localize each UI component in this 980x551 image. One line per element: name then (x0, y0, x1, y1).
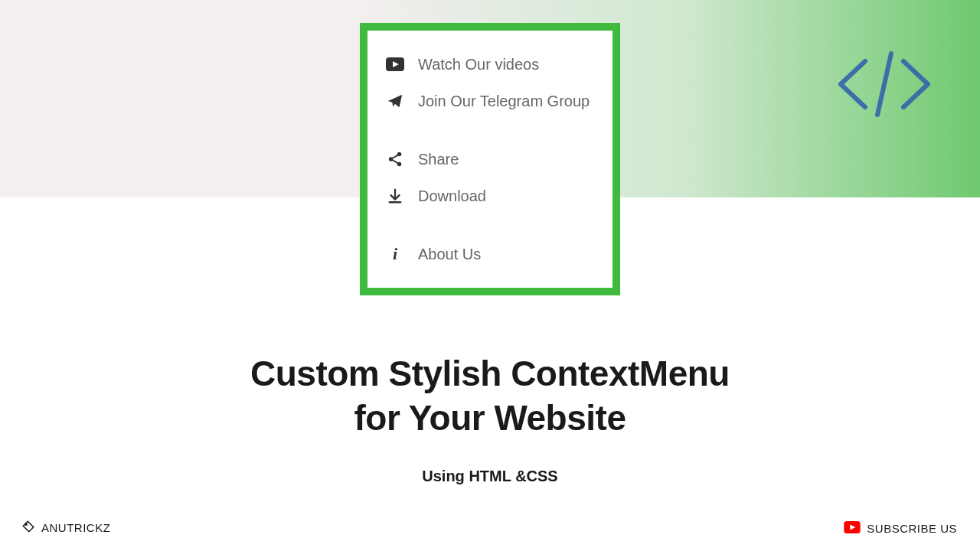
svg-point-10 (25, 523, 27, 525)
svg-line-0 (877, 54, 891, 115)
youtube-icon (844, 521, 861, 536)
cta-label: SUBSCRIBE US (867, 522, 957, 535)
page-title: Custom Stylish ContextMenu for Your Webs… (0, 352, 980, 440)
menu-item-download[interactable]: Download (380, 178, 600, 214)
menu-item-label: Join Our Telegram Group (418, 93, 590, 110)
menu-item-about[interactable]: i About Us (380, 236, 600, 272)
brand-label: ANUTRICKZ (41, 521, 110, 534)
menu-item-label: Watch Our videos (418, 56, 539, 73)
menu-item-telegram[interactable]: Join Our Telegram Group (380, 83, 600, 119)
svg-rect-6 (390, 154, 400, 160)
menu-item-label: About Us (418, 246, 481, 263)
title-block: Custom Stylish ContextMenu for Your Webs… (0, 352, 980, 485)
download-icon (386, 187, 404, 205)
footer-brand: ANUTRICKZ (21, 520, 110, 536)
context-menu: Watch Our videos Join Our Telegram Group… (360, 23, 620, 295)
menu-item-label: Download (418, 187, 486, 205)
menu-item-watch-videos[interactable]: Watch Our videos (380, 46, 600, 83)
footer-cta[interactable]: SUBSCRIBE US (844, 521, 957, 536)
telegram-icon (386, 92, 404, 110)
tag-icon (21, 520, 35, 536)
code-icon (835, 46, 934, 126)
menu-item-share[interactable]: Share (380, 141, 600, 178)
info-icon: i (386, 245, 404, 263)
share-icon (386, 150, 404, 168)
svg-rect-7 (390, 158, 400, 165)
menu-item-label: Share (418, 151, 459, 168)
youtube-icon (386, 55, 404, 73)
page-subtitle: Using HTML &CSS (0, 468, 980, 485)
